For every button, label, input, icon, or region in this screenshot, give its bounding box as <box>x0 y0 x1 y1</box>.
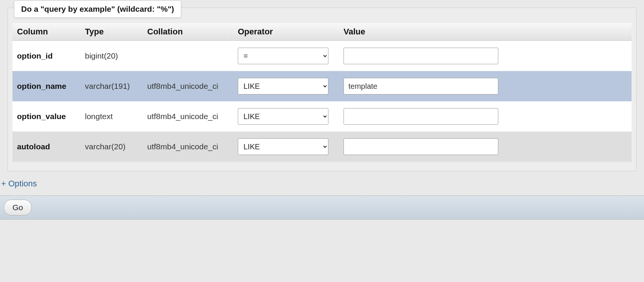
table-row: option_valuelongtextutf8mb4_unicode_ciLI… <box>12 101 632 132</box>
value-input[interactable] <box>344 138 498 155</box>
operator-cell: LIKE <box>233 71 339 101</box>
operator-cell: LIKE <box>233 132 339 162</box>
table-header-row: Column Type Collation Operator Value <box>12 23 632 41</box>
column-name: autoload <box>12 132 80 162</box>
value-cell <box>339 41 632 71</box>
column-name: option_value <box>12 101 80 132</box>
value-input[interactable] <box>344 48 498 64</box>
value-input[interactable] <box>344 108 498 125</box>
table-row: option_idbigint(20)= <box>12 41 632 71</box>
value-cell <box>339 71 632 101</box>
column-collation: utf8mb4_unicode_ci <box>143 132 233 162</box>
column-name: option_id <box>12 41 80 71</box>
column-type: bigint(20) <box>80 41 143 71</box>
table-row: autoloadvarchar(20)utf8mb4_unicode_ciLIK… <box>12 132 632 162</box>
column-type: varchar(191) <box>80 71 143 101</box>
column-collation <box>143 41 233 71</box>
operator-cell: = <box>233 41 339 71</box>
operator-select[interactable]: LIKE <box>238 78 328 95</box>
column-collation: utf8mb4_unicode_ci <box>143 71 233 101</box>
operator-select[interactable]: LIKE <box>238 108 328 125</box>
value-cell <box>339 132 632 162</box>
header-column: Column <box>12 23 80 41</box>
value-cell <box>339 101 632 132</box>
operator-cell: LIKE <box>233 101 339 132</box>
header-value: Value <box>339 23 632 41</box>
qbe-table: Column Type Collation Operator Value opt… <box>12 23 632 162</box>
value-input[interactable] <box>344 78 498 95</box>
header-operator: Operator <box>233 23 339 41</box>
operator-select[interactable]: LIKE <box>238 138 328 155</box>
go-button[interactable]: Go <box>4 200 32 215</box>
fieldset-legend: Do a "query by example" (wildcard: "%") <box>14 0 181 18</box>
column-type: longtext <box>80 101 143 132</box>
column-collation: utf8mb4_unicode_ci <box>143 101 233 132</box>
operator-select[interactable]: = <box>238 48 328 64</box>
header-collation: Collation <box>143 23 233 41</box>
column-type: varchar(20) <box>80 132 143 162</box>
query-by-example-fieldset: Do a "query by example" (wildcard: "%") … <box>8 8 636 171</box>
options-link[interactable]: + Options <box>1 179 643 189</box>
action-bar: Go <box>0 195 644 220</box>
header-type: Type <box>80 23 143 41</box>
column-name: option_name <box>12 71 80 101</box>
table-row: option_namevarchar(191)utf8mb4_unicode_c… <box>12 71 632 101</box>
